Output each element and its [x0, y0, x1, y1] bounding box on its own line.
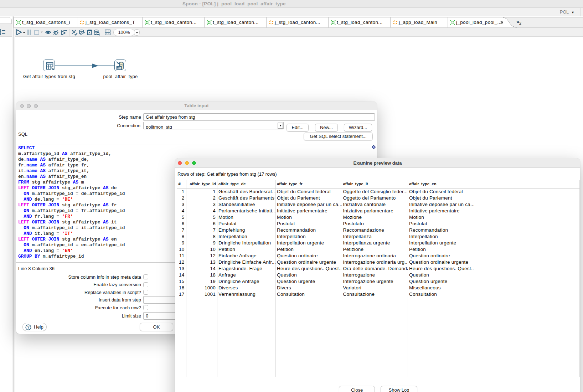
svg-text:?: ? [27, 325, 29, 329]
svg-text:$: $ [373, 146, 375, 148]
